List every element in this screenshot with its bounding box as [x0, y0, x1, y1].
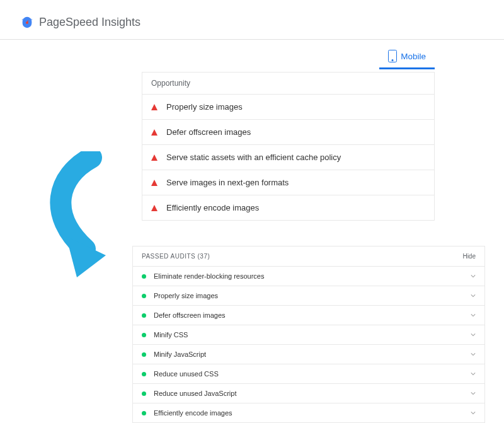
- passed-audit-row[interactable]: Minify CSS: [133, 325, 484, 344]
- pass-dot-icon: [142, 274, 146, 279]
- pass-dot-icon: [142, 294, 146, 298]
- passed-audit-row[interactable]: Properly size images: [133, 286, 484, 305]
- opportunity-label: Properly size images: [166, 102, 243, 112]
- hide-button[interactable]: Hide: [462, 253, 476, 260]
- app-header: PageSpeed Insights: [0, 0, 504, 40]
- warning-icon: [151, 154, 158, 161]
- pass-dot-icon: [142, 411, 146, 415]
- opportunity-section: Opportunity Properly size images Defer o…: [142, 72, 435, 221]
- warning-icon: [151, 129, 158, 136]
- chevron-down-icon: [471, 293, 476, 298]
- app-title: PageSpeed Insights: [39, 16, 140, 29]
- warning-icon: [151, 205, 158, 211]
- opportunity-row[interactable]: Properly size images: [142, 94, 434, 119]
- chevron-down-icon: [471, 332, 476, 337]
- opportunity-row[interactable]: Serve images in next-gen formats: [142, 170, 434, 195]
- pagespeed-logo-icon: [20, 15, 34, 29]
- passed-audit-label: Eliminate render-blocking resources: [154, 272, 463, 280]
- passed-heading: PASSED AUDITS (37): [142, 253, 210, 260]
- pass-dot-icon: [142, 391, 146, 396]
- warning-icon: [151, 104, 158, 110]
- chevron-down-icon: [471, 274, 476, 279]
- passed-audit-row[interactable]: Defer offscreen images: [133, 305, 484, 325]
- passed-audit-row[interactable]: Reduce unused CSS: [133, 364, 484, 383]
- pass-dot-icon: [142, 333, 146, 337]
- chevron-down-icon: [471, 410, 476, 415]
- passed-audit-row[interactable]: Efficiently encode images: [133, 403, 484, 422]
- passed-audit-label: Reduce unused CSS: [154, 370, 463, 378]
- passed-header: PASSED AUDITS (37) Hide: [133, 246, 484, 266]
- chevron-down-icon: [471, 313, 476, 318]
- passed-audit-row[interactable]: Eliminate render-blocking resources: [133, 266, 484, 286]
- opportunity-heading: Opportunity: [142, 72, 434, 94]
- chevron-down-icon: [471, 391, 476, 396]
- arrow-icon: [38, 151, 145, 277]
- passed-audit-label: Minify CSS: [154, 331, 463, 339]
- passed-audit-label: Efficiently encode images: [154, 409, 463, 417]
- passed-audit-label: Minify JavaScript: [154, 351, 463, 358]
- warning-icon: [151, 180, 158, 186]
- tab-bar: Mobile: [0, 40, 504, 69]
- tab-mobile[interactable]: Mobile: [379, 45, 435, 69]
- pass-dot-icon: [142, 372, 146, 376]
- passed-audit-label: Reduce unused JavaScript: [154, 390, 463, 397]
- passed-audit-label: Defer offscreen images: [154, 311, 463, 319]
- passed-audits-section: PASSED AUDITS (37) Hide Eliminate render…: [132, 246, 485, 423]
- opportunity-row[interactable]: Serve static assets with an efficient ca…: [142, 144, 434, 170]
- pass-dot-icon: [142, 313, 146, 318]
- opportunity-label: Serve static assets with an efficient ca…: [166, 153, 341, 162]
- opportunity-label: Serve images in next-gen formats: [166, 178, 289, 187]
- chevron-down-icon: [471, 352, 476, 357]
- mobile-icon: [388, 50, 397, 62]
- tab-mobile-label: Mobile: [401, 52, 426, 61]
- opportunity-label: Efficiently encode images: [166, 203, 259, 212]
- passed-audit-row[interactable]: Reduce unused JavaScript: [133, 383, 484, 403]
- passed-audit-row[interactable]: Minify JavaScript: [133, 344, 484, 364]
- opportunity-row[interactable]: Defer offscreen images: [142, 119, 434, 144]
- passed-audit-label: Properly size images: [154, 292, 463, 299]
- chevron-down-icon: [471, 371, 476, 376]
- pass-dot-icon: [142, 352, 146, 357]
- opportunity-label: Defer offscreen images: [166, 127, 251, 137]
- opportunity-row[interactable]: Efficiently encode images: [142, 195, 434, 220]
